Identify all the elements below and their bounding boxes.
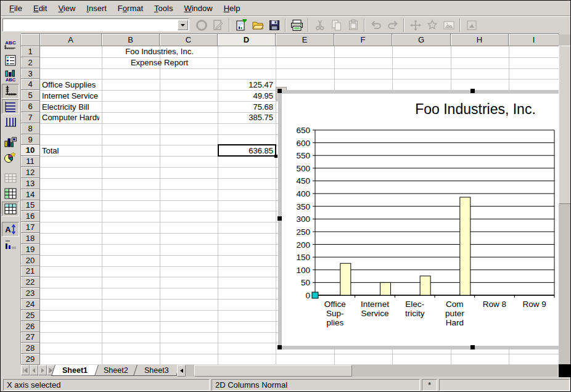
- row-header-27[interactable]: 27: [21, 332, 40, 343]
- x-axis-selection-handle[interactable]: [312, 292, 318, 298]
- cell-B1[interactable]: Foo Industries, Inc.: [104, 46, 215, 57]
- row-header-13[interactable]: 13: [21, 178, 40, 189]
- chart-resize-handle-top-left[interactable]: [277, 89, 282, 93]
- row-header-15[interactable]: 15: [21, 200, 40, 211]
- vertical-grid-icon[interactable]: [2, 115, 19, 129]
- chart-resize-handle-left-middle[interactable]: [277, 216, 282, 221]
- chart-object[interactable]: Foo Industries, Inc.05010015020025030035…: [278, 90, 561, 349]
- menu-item-format[interactable]: Format: [112, 2, 149, 15]
- row-header-12[interactable]: 12: [21, 167, 40, 178]
- sheet-tab-sheet3[interactable]: Sheet3: [133, 365, 179, 376]
- row-header-18[interactable]: 18: [21, 233, 40, 244]
- menu-item-help[interactable]: Help: [218, 2, 246, 15]
- row-header-3[interactable]: 3: [21, 68, 40, 80]
- column-header-C[interactable]: C: [160, 34, 218, 46]
- combo-dropdown-button[interactable]: [178, 20, 188, 30]
- column-header-F[interactable]: F: [334, 34, 392, 46]
- column-header-A[interactable]: A: [40, 34, 102, 46]
- cell-A6[interactable]: Electricity Bill: [42, 101, 99, 112]
- menu-item-insert[interactable]: Insert: [81, 2, 112, 15]
- row-header-4[interactable]: 4: [21, 79, 40, 90]
- column-header-G[interactable]: G: [392, 34, 451, 46]
- row-header-11[interactable]: 11: [21, 156, 40, 167]
- column-header-I[interactable]: I: [509, 34, 559, 46]
- data-in-rows-icon[interactable]: [2, 186, 19, 201]
- cell-A5[interactable]: Internet Service: [42, 90, 99, 101]
- column-header-H[interactable]: H: [451, 34, 509, 46]
- row-header-21[interactable]: 21: [21, 266, 40, 277]
- row-header-24[interactable]: 24: [21, 299, 40, 310]
- sheet-tab-sheet2[interactable]: Sheet2: [92, 365, 139, 376]
- cell-B2[interactable]: Expense Report: [104, 57, 215, 68]
- scroll-left-button[interactable]: [177, 365, 186, 377]
- cell-D7[interactable]: 385.75: [220, 112, 273, 123]
- titles-on-off-icon[interactable]: ABC: [2, 38, 19, 52]
- row-header-19[interactable]: 19: [21, 244, 40, 255]
- menu-item-view[interactable]: View: [52, 2, 81, 15]
- cell-D4[interactable]: 125.47: [220, 79, 273, 90]
- chart-type-icon[interactable]: [2, 135, 19, 150]
- tab-nav-next[interactable]: [38, 365, 47, 375]
- cell-D6[interactable]: 75.68: [220, 101, 273, 112]
- bar-0[interactable]: [340, 263, 351, 295]
- data-in-columns-icon[interactable]: [2, 202, 19, 216]
- row-header-5[interactable]: 5: [21, 90, 40, 101]
- reorganize-chart-icon[interactable]: [2, 237, 19, 252]
- grid-corner-box[interactable]: [21, 34, 40, 46]
- column-header-B[interactable]: B: [102, 34, 160, 46]
- menu-item-edit[interactable]: Edit: [28, 2, 52, 15]
- row-header-2[interactable]: 2: [21, 57, 40, 68]
- bar-1[interactable]: [380, 282, 391, 295]
- chart-resize-handle-bottom-left[interactable]: [277, 345, 282, 349]
- scale-text-icon[interactable]: A: [2, 222, 19, 237]
- autoformat-chart-icon[interactable]: [2, 150, 19, 165]
- horizontal-grid-icon[interactable]: [2, 99, 19, 114]
- open-icon[interactable]: [250, 18, 265, 33]
- cell-fill-handle[interactable]: [274, 155, 277, 158]
- save-icon[interactable]: [266, 18, 282, 33]
- column-header-D[interactable]: D: [218, 34, 276, 46]
- chart-resize-handle-top-center[interactable]: [470, 89, 475, 93]
- row-header-20[interactable]: 20: [21, 255, 40, 266]
- cell-A7[interactable]: Computer Hardware: [42, 112, 99, 123]
- vertical-scrollbar-thumb[interactable]: [559, 46, 571, 204]
- horizontal-scrollbar-thumb[interactable]: [194, 365, 352, 377]
- row-header-8[interactable]: 8: [21, 123, 40, 134]
- menu-item-window[interactable]: Window: [178, 2, 218, 15]
- row-header-10[interactable]: 10: [21, 145, 40, 156]
- url-combo[interactable]: [2, 18, 189, 31]
- bar-2[interactable]: [420, 276, 430, 295]
- tab-nav-first[interactable]: [21, 365, 30, 375]
- print-icon[interactable]: [289, 18, 305, 33]
- row-header-23[interactable]: 23: [21, 288, 40, 299]
- column-header-E[interactable]: E: [276, 34, 334, 46]
- horizontal-scrollbar[interactable]: [186, 365, 557, 377]
- row-header-14[interactable]: 14: [21, 189, 40, 200]
- vertical-scrollbar[interactable]: [559, 35, 571, 364]
- row-header-16[interactable]: 16: [21, 211, 40, 222]
- cell-D5[interactable]: 49.95: [220, 90, 273, 101]
- menu-item-tools[interactable]: Tools: [149, 2, 178, 15]
- cell-A4[interactable]: Office Supplies: [42, 79, 99, 90]
- cell-A10[interactable]: Total: [42, 145, 99, 156]
- row-header-25[interactable]: 25: [21, 310, 40, 321]
- axes-titles-on-off-icon[interactable]: ABC: [2, 68, 19, 83]
- axes-on-off-icon[interactable]: [2, 84, 19, 99]
- new-document-icon[interactable]: [233, 18, 249, 33]
- row-header-7[interactable]: 7: [21, 112, 40, 123]
- row-header-1[interactable]: 1: [21, 46, 40, 57]
- bar-3[interactable]: [460, 197, 470, 295]
- row-header-17[interactable]: 17: [21, 222, 40, 233]
- tab-nav-prev[interactable]: [30, 365, 38, 375]
- legend-on-off-icon[interactable]: [2, 53, 19, 68]
- menu-item-file[interactable]: File: [4, 2, 28, 15]
- row-header-29[interactable]: 29: [21, 354, 40, 365]
- sheet-tab-sheet1[interactable]: Sheet1: [51, 365, 99, 376]
- url-combo-input[interactable]: [3, 19, 177, 31]
- row-header-22[interactable]: 22: [21, 277, 40, 288]
- chart-title[interactable]: Foo Industries, Inc.: [415, 101, 536, 117]
- row-header-26[interactable]: 26: [21, 321, 40, 332]
- chart-resize-handle-bottom-center[interactable]: [470, 345, 475, 349]
- row-header-28[interactable]: 28: [21, 343, 40, 354]
- row-header-6[interactable]: 6: [21, 101, 40, 112]
